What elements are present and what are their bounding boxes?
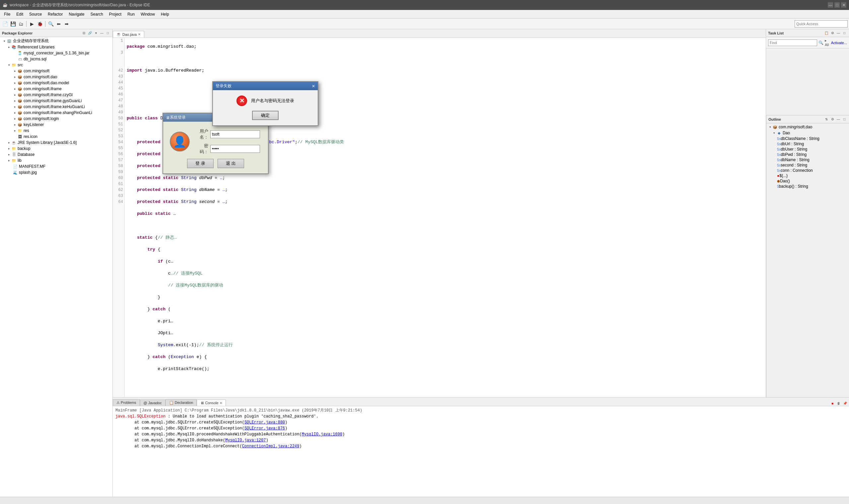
menu-help[interactable]: Help xyxy=(158,11,172,17)
task-new-button[interactable]: 📋 xyxy=(824,31,829,36)
panel-menu-button[interactable]: ▾ xyxy=(93,31,98,36)
toolbar-save-all-button[interactable]: 🗂 xyxy=(17,20,24,28)
tree-item-pkg-khgl[interactable]: ▸ 📦 com.mingrisoft.iframe.keHuGuanLi xyxy=(0,104,112,110)
tree-item-pkg-dao[interactable]: ▸ 📦 com.mingrisoft.dao xyxy=(0,74,112,80)
panel-max-button[interactable]: □ xyxy=(105,31,110,36)
tree-item-mysql-jar[interactable]: 🫙 mysql_connector_java_5.1.36_bin.jar xyxy=(0,50,112,56)
panel-min-button[interactable]: — xyxy=(99,31,105,36)
tree-item-splash[interactable]: 🌊 splash.jpg xyxy=(0,169,112,175)
login-submit-button[interactable]: 登 录 xyxy=(187,159,214,168)
tab-console[interactable]: 🖥 Console ✕ xyxy=(197,399,225,406)
menu-search[interactable]: Search xyxy=(88,11,106,17)
tree-item-resicon[interactable]: 🖼 res.icon xyxy=(0,133,112,140)
console-pin-button[interactable]: 📌 xyxy=(842,400,848,406)
collapse-all-button[interactable]: ⊟ xyxy=(81,31,87,36)
task-filter-button[interactable]: ⚙ xyxy=(830,31,835,36)
login-quit-button[interactable]: 退 出 xyxy=(218,159,244,168)
package-explorer-title: Package Explorer xyxy=(2,31,33,35)
toolbar-debug-button[interactable]: 🐞 xyxy=(36,20,43,28)
tree-item-pkg-iframe[interactable]: ▸ 📦 com.mingrisoft.iframe xyxy=(0,86,112,92)
activate-label[interactable]: Activate... xyxy=(831,41,847,45)
login-username-input[interactable] xyxy=(210,130,260,138)
editor-code-area[interactable]: 1 3 42 43 44 45 46 47 48 4 xyxy=(113,38,766,397)
tab-close-button[interactable]: ✕ xyxy=(138,33,141,36)
menu-edit[interactable]: Edit xyxy=(14,11,26,17)
login-password-input[interactable] xyxy=(210,145,260,153)
console-link-4[interactable]: MysqlIO.java:1207 xyxy=(225,438,266,443)
close-button[interactable]: ✕ xyxy=(841,2,846,7)
error-dialog[interactable]: 登录失败 ✕ ✕ 用户名与密码无法登录 确定 xyxy=(212,81,319,126)
tree-item-database[interactable]: ▸ 🗄 Database xyxy=(0,151,112,158)
outline-item-static[interactable]: ● ${...} xyxy=(766,173,849,178)
outline-sort-button[interactable]: ⇅ xyxy=(824,117,829,122)
outline-filter-button[interactable]: ⚙ xyxy=(830,117,835,122)
task-min-button[interactable]: — xyxy=(836,31,841,36)
outline-min-button[interactable]: — xyxy=(836,117,841,122)
tree-item-src[interactable]: ▾ 📁 src xyxy=(0,62,112,68)
console-clear-button[interactable]: 🗑 xyxy=(836,400,842,406)
tree-item-pkg-key[interactable]: ▸ 📦 keyListener xyxy=(0,122,112,128)
tab-declaration[interactable]: 📋 Declaration xyxy=(165,399,197,406)
login-content-row: 👤 用户名： 密 码： xyxy=(170,128,261,155)
outline-item-conn[interactable]: $ s conn : Connection xyxy=(766,168,849,173)
tree-item-pkg-login[interactable]: ▸ 📦 com.mingrisoft.login xyxy=(0,116,112,122)
tree-item-res[interactable]: ▸ 📁 res xyxy=(0,128,112,133)
menu-refactor[interactable]: Refactor xyxy=(45,11,65,17)
tree-item-project[interactable]: ▾ 🏢 企业进销存管理系统 xyxy=(0,38,112,44)
task-list-title: Task List xyxy=(768,31,784,35)
toolbar-back-button[interactable]: ⬅ xyxy=(55,20,62,28)
outline-item-root[interactable]: ▾ 📦 com.mingrisoft.dao xyxy=(766,124,849,130)
tab-javadoc[interactable]: @ Javadoc xyxy=(140,399,165,406)
outline-item-backup[interactable]: $ backup() : String xyxy=(766,184,849,189)
tree-item-pkg-mingrisoft[interactable]: ▸ 📦 com.mingrisoft xyxy=(0,68,112,74)
tree-item-jre[interactable]: ▸ ☕ JRE System Library [JavaSE-1.6] xyxy=(0,140,112,146)
tree-item-pkg-czgl[interactable]: ▸ 📦 com.mingrisoft.iframe.czyGl xyxy=(0,92,112,98)
tab-problems[interactable]: ⚠ Problems xyxy=(113,399,140,406)
tree-item-backup[interactable]: ▸ 📁 backup xyxy=(0,146,112,151)
tree-item-manifest[interactable]: 📄 MANIFEST.MF xyxy=(0,163,112,169)
outline-item-dbName[interactable]: $ s dbName : String xyxy=(766,157,849,162)
toolbar-forward-button[interactable]: ➡ xyxy=(63,20,70,28)
console-link-3[interactable]: MysqlIO.java:1690 xyxy=(302,432,342,437)
menu-run[interactable]: Run xyxy=(125,11,137,17)
console-link-2[interactable]: SQLError.java:876 xyxy=(245,426,285,431)
menu-project[interactable]: Project xyxy=(106,11,124,17)
editor-tab-dao[interactable]: ☕ Dao.java ✕ xyxy=(113,31,144,37)
error-dialog-close-button[interactable]: ✕ xyxy=(312,84,315,89)
toolbar-new-button[interactable]: 📄 xyxy=(1,20,8,28)
console-link-5[interactable]: ConnectionImpl.java:2249 xyxy=(242,444,300,449)
minimize-button[interactable]: — xyxy=(828,2,833,7)
tree-item-dbsql[interactable]: 🗃 db_jxcms.sql xyxy=(0,56,112,62)
tree-item-reflibrary[interactable]: ▸ 📚 Referenced Libraries xyxy=(0,44,112,50)
console-link-1[interactable]: SQLError.java:880 xyxy=(245,420,285,425)
console-tab-close[interactable]: ✕ xyxy=(219,401,222,405)
find-input[interactable] xyxy=(768,39,817,46)
tree-item-pkg-dao-model[interactable]: ▸ 📦 com.mingrisoft.dao.model xyxy=(0,80,112,86)
error-ok-button[interactable]: 确定 xyxy=(252,111,278,120)
jre-icon: ☕ xyxy=(11,140,17,145)
outline-max-button[interactable]: □ xyxy=(842,117,847,122)
toolbar-run-button[interactable]: ▶ xyxy=(28,20,35,28)
outline-item-second[interactable]: $ s second : String xyxy=(766,162,849,168)
console-stop-button[interactable]: ■ xyxy=(830,400,835,406)
outline-item-dbPwd[interactable]: $ s dbPwd : String xyxy=(766,152,849,157)
tree-item-lib[interactable]: ▸ 📁 lib xyxy=(0,158,112,163)
toolbar-save-button[interactable]: 💾 xyxy=(9,20,17,28)
outline-item-dbUrl[interactable]: $ s dbUrl : String xyxy=(766,141,849,147)
menu-source[interactable]: Source xyxy=(26,11,44,17)
outline-item-dbUser[interactable]: $ s dbUser : String xyxy=(766,147,849,152)
tree-arrow-reflibrary: ▸ xyxy=(7,46,11,49)
link-with-editor-button[interactable]: 🔗 xyxy=(87,31,92,36)
menu-window[interactable]: Window xyxy=(138,11,158,17)
toolbar-search-button[interactable]: 🔍 xyxy=(47,20,54,28)
outline-item-dbClassName[interactable]: $ s dbClassName : String xyxy=(766,136,849,141)
tree-item-pkg-spgl[interactable]: ▸ 📦 com.mingrisoft.iframe.shangPinGuanLi xyxy=(0,110,112,116)
maximize-button[interactable]: □ xyxy=(834,2,840,7)
outline-item-class[interactable]: ▾ ◆ Dao xyxy=(766,130,849,136)
menu-navigate[interactable]: Navigate xyxy=(66,11,87,17)
tree-item-pkg-gysgl[interactable]: ▸ 📦 com.mingrisoft.iframe.gysGuanLi xyxy=(0,98,112,104)
quick-access-input[interactable] xyxy=(795,20,848,28)
menu-file[interactable]: File xyxy=(1,11,13,17)
outline-item-daoconstructor[interactable]: ⬟ Dao() xyxy=(766,178,849,184)
task-max-button[interactable]: □ xyxy=(842,31,847,36)
